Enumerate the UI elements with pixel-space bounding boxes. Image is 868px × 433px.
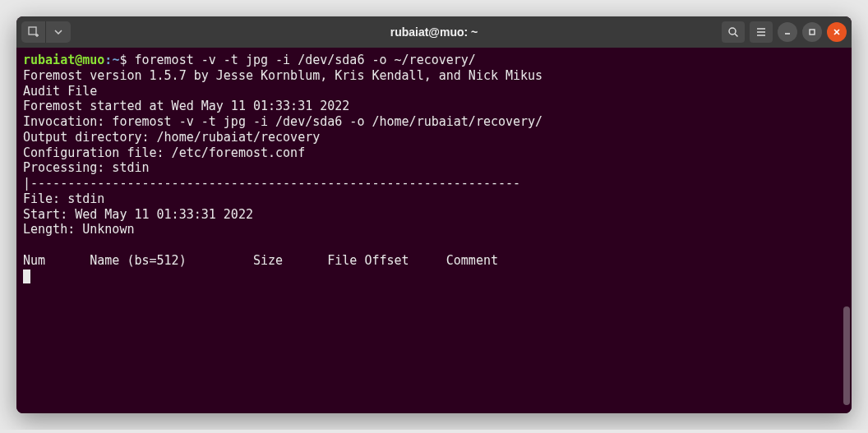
prompt-line: rubaiat@muo:~$ foremost -v -t jpg -i /de… <box>23 53 845 68</box>
scrollbar[interactable] <box>843 306 850 405</box>
search-button[interactable] <box>722 21 745 43</box>
terminal-window: rubaiat@muo: ~ <box>16 16 852 413</box>
svg-rect-9 <box>810 30 815 35</box>
output-line <box>23 237 845 253</box>
cursor-line <box>23 269 845 284</box>
output-line: File: stdin <box>23 191 845 207</box>
output-line: Processing: stdin <box>23 160 845 176</box>
tab-dropdown-button[interactable] <box>46 21 71 43</box>
titlebar-left <box>21 21 71 43</box>
prompt-user: rubaiat@muo <box>23 53 104 67</box>
new-tab-button[interactable] <box>21 21 46 43</box>
new-tab-group <box>21 21 71 43</box>
maximize-icon <box>808 28 816 36</box>
search-icon <box>727 26 739 38</box>
svg-rect-0 <box>29 27 36 35</box>
titlebar: rubaiat@muo: ~ <box>16 16 852 48</box>
output-line: Foremost started at Wed May 11 01:33:31 … <box>23 99 845 114</box>
output-line: Length: Unknown <box>23 222 845 237</box>
hamburger-icon <box>755 27 767 37</box>
chevron-down-icon <box>54 30 62 35</box>
output-line: Invocation: foremost -v -t jpg -i /dev/s… <box>23 114 845 130</box>
svg-line-4 <box>735 34 738 37</box>
command-text: foremost -v -t jpg -i /dev/sda6 -o ~/rec… <box>134 53 475 67</box>
close-button[interactable] <box>827 22 847 42</box>
menu-button[interactable] <box>750 21 773 43</box>
output-line: Audit File <box>23 84 845 99</box>
terminal-body[interactable]: rubaiat@muo:~$ foremost -v -t jpg -i /de… <box>16 48 852 413</box>
minimize-icon <box>783 28 792 36</box>
svg-point-3 <box>729 28 736 35</box>
titlebar-right <box>722 21 847 43</box>
output-line: Foremost version 1.5.7 by Jesse Kornblum… <box>23 68 845 84</box>
output-line: |---------------------------------------… <box>23 176 845 191</box>
cursor <box>23 269 30 283</box>
maximize-button[interactable] <box>802 22 822 42</box>
minimize-button[interactable] <box>778 22 797 42</box>
output-line: Start: Wed May 11 01:33:31 2022 <box>23 207 845 223</box>
new-tab-icon <box>28 26 39 38</box>
output-header: Num Name (bs=512) Size File Offset Comme… <box>23 253 845 269</box>
output-line: Configuration file: /etc/foremost.conf <box>23 145 845 161</box>
close-icon <box>833 28 841 36</box>
output-line: Output directory: /home/rubaiat/recovery <box>23 130 845 145</box>
